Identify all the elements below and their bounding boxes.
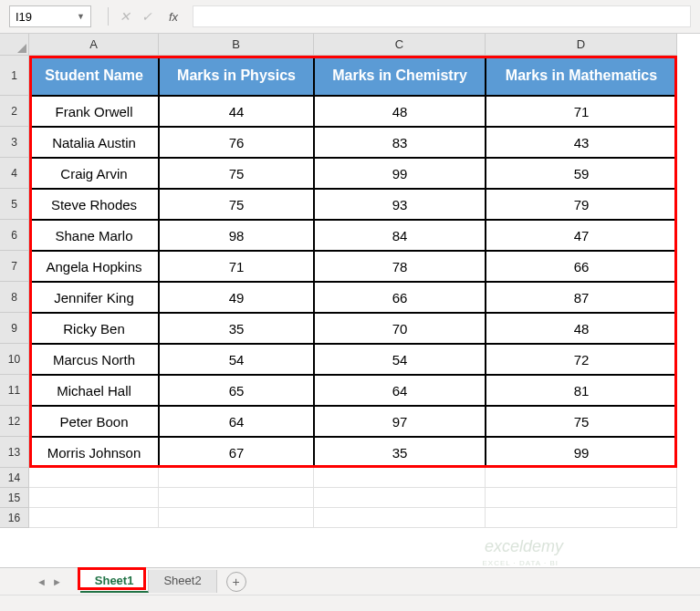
sheet-tab-bar: ◄ ► Sheet1Sheet2 + <box>0 567 700 595</box>
name-box[interactable]: I19 ▼ <box>9 5 91 27</box>
row-header[interactable]: 6 <box>0 220 29 251</box>
table-cell[interactable]: 35 <box>314 437 486 468</box>
sheet-tab[interactable]: Sheet1 <box>80 570 150 593</box>
table-cell[interactable]: 83 <box>314 127 486 158</box>
empty-cell[interactable] <box>314 468 486 488</box>
row-header[interactable]: 16 <box>0 508 29 528</box>
table-cell[interactable]: 81 <box>486 375 677 406</box>
table-cell[interactable]: Steve Rhodes <box>29 189 159 220</box>
row-header[interactable]: 15 <box>0 488 29 508</box>
row-header[interactable]: 7 <box>0 251 29 282</box>
table-cell[interactable]: 66 <box>314 282 486 313</box>
table-cell[interactable]: Morris Johnson <box>29 437 159 468</box>
table-cell[interactable]: Natalia Austin <box>29 127 159 158</box>
table-cell[interactable]: Craig Arvin <box>29 158 159 189</box>
row-header[interactable]: 11 <box>0 375 29 406</box>
table-cell[interactable]: 35 <box>159 313 314 344</box>
empty-cell[interactable] <box>486 508 677 528</box>
table-cell[interactable]: Ricky Ben <box>29 313 159 344</box>
table-cell[interactable]: 67 <box>159 437 314 468</box>
grid-main: ABCD Student NameMarks in PhysicsMarks i… <box>29 34 677 528</box>
sheet-nav-prev-icon[interactable]: ◄ <box>37 576 47 587</box>
table-cell[interactable]: 99 <box>486 437 677 468</box>
row-header[interactable]: 9 <box>0 313 29 344</box>
table-cell[interactable]: 75 <box>486 406 677 437</box>
table-header-cell[interactable]: Marks in Mathematics <box>486 56 677 96</box>
table-cell[interactable]: 99 <box>314 158 486 189</box>
empty-cell[interactable] <box>29 508 159 528</box>
table-cell[interactable]: 64 <box>314 375 486 406</box>
empty-cell[interactable] <box>314 488 486 508</box>
table-cell[interactable]: 79 <box>486 189 677 220</box>
select-all-corner[interactable] <box>0 34 29 56</box>
watermark-sub: EXCEL · DATA · BI <box>482 559 559 567</box>
table-cell[interactable]: Peter Boon <box>29 406 159 437</box>
table-cell[interactable]: 78 <box>314 251 486 282</box>
sheet-nav-next-icon[interactable]: ► <box>52 576 62 587</box>
table-cell[interactable]: 71 <box>159 251 314 282</box>
table-cell[interactable]: 66 <box>486 251 677 282</box>
empty-cell[interactable] <box>29 468 159 488</box>
table-cell[interactable]: 49 <box>159 282 314 313</box>
table-cell[interactable]: Michael Hall <box>29 375 159 406</box>
row-header[interactable]: 5 <box>0 189 29 220</box>
table-header-cell[interactable]: Marks in Chemistry <box>314 56 486 96</box>
row-header[interactable]: 1 <box>0 56 29 96</box>
table-cell[interactable]: 54 <box>314 344 486 375</box>
table-cell[interactable]: 64 <box>159 406 314 437</box>
empty-cell[interactable] <box>159 508 314 528</box>
table-cell[interactable]: 87 <box>486 282 677 313</box>
empty-cell[interactable] <box>486 468 677 488</box>
sheet-tab[interactable]: Sheet2 <box>149 570 216 593</box>
row-header[interactable]: 14 <box>0 468 29 488</box>
table-header-cell[interactable]: Marks in Physics <box>159 56 314 96</box>
row-header[interactable]: 2 <box>0 96 29 127</box>
check-icon[interactable]: ✓ <box>141 9 152 24</box>
table-header-cell[interactable]: Student Name <box>29 56 159 96</box>
cancel-icon[interactable]: ✕ <box>120 9 131 24</box>
chevron-down-icon[interactable]: ▼ <box>77 12 85 21</box>
table-cell[interactable]: 59 <box>486 158 677 189</box>
column-header[interactable]: D <box>486 34 677 56</box>
row-header[interactable]: 8 <box>0 282 29 313</box>
table-cell[interactable]: 98 <box>159 220 314 251</box>
table-cell[interactable]: 48 <box>486 313 677 344</box>
empty-cell[interactable] <box>486 488 677 508</box>
table-cell[interactable]: 97 <box>314 406 486 437</box>
empty-cell[interactable] <box>159 468 314 488</box>
column-header[interactable]: C <box>314 34 486 56</box>
row-header[interactable]: 10 <box>0 344 29 375</box>
empty-cell[interactable] <box>314 508 486 528</box>
table-cell[interactable]: 44 <box>159 96 314 127</box>
row-header[interactable]: 13 <box>0 437 29 468</box>
table-cell[interactable]: 70 <box>314 313 486 344</box>
table-cell[interactable]: 47 <box>486 220 677 251</box>
empty-cell[interactable] <box>159 488 314 508</box>
table-cell[interactable]: 76 <box>159 127 314 158</box>
fx-icon[interactable]: fx <box>169 10 178 24</box>
table-cell[interactable]: 93 <box>314 189 486 220</box>
table-cell[interactable]: Jennifer King <box>29 282 159 313</box>
table-cell[interactable]: 71 <box>486 96 677 127</box>
row-header[interactable]: 3 <box>0 127 29 158</box>
table-cell[interactable]: 84 <box>314 220 486 251</box>
table-cell[interactable]: 48 <box>314 96 486 127</box>
table-cell[interactable]: 75 <box>159 189 314 220</box>
table-cell[interactable]: 54 <box>159 344 314 375</box>
formula-input[interactable] <box>193 5 691 27</box>
row-header[interactable]: 4 <box>0 158 29 189</box>
table-cell[interactable]: 43 <box>486 127 677 158</box>
empty-cell[interactable] <box>29 488 159 508</box>
table-cell[interactable]: Marcus North <box>29 344 159 375</box>
table-cell[interactable]: 72 <box>486 344 677 375</box>
column-header[interactable]: A <box>29 34 159 56</box>
table-cell[interactable]: Shane Marlo <box>29 220 159 251</box>
table-cell[interactable]: 75 <box>159 158 314 189</box>
column-header[interactable]: B <box>159 34 314 56</box>
row-header[interactable]: 12 <box>0 406 29 437</box>
sheet-nav: ◄ ► <box>37 576 62 587</box>
table-cell[interactable]: Angela Hopkins <box>29 251 159 282</box>
table-cell[interactable]: 65 <box>159 375 314 406</box>
add-sheet-button[interactable]: + <box>226 572 246 592</box>
table-cell[interactable]: Frank Orwell <box>29 96 159 127</box>
